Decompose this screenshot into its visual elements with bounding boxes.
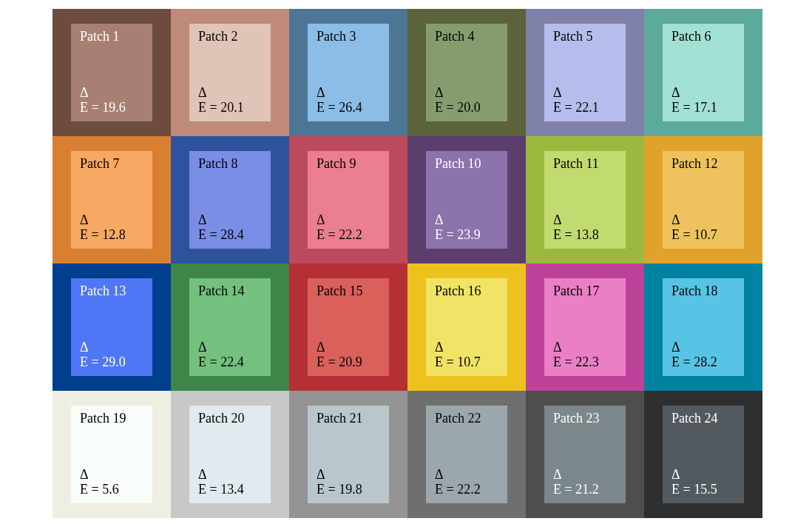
patch-17-delta-e: ΔE = 22.3 [553,340,618,370]
patch-11-outer: Patch 11ΔE = 13.8 [526,136,644,263]
patch-7-outer: Patch 7ΔE = 12.8 [53,136,171,263]
patch-4-outer: Patch 4ΔE = 20.0 [407,9,526,136]
patch-11-inner: Patch 11ΔE = 13.8 [544,151,626,249]
patch-11-label: Patch 11 [553,157,618,172]
patch-21-outer: Patch 21ΔE = 19.8 [289,391,407,518]
patch-10-delta-e: ΔE = 23.9 [435,212,500,243]
patch-14-label: Patch 14 [198,284,263,299]
patch-8-inner: Patch 8ΔE = 28.4 [189,151,271,249]
patch-16-outer: Patch 16ΔE = 10.7 [407,263,526,391]
patch-6-inner: Patch 6ΔE = 17.1 [663,24,744,121]
patch-24-outer: Patch 24ΔE = 15.5 [644,391,762,518]
patch-19-delta-e: ΔE = 5.6 [80,467,145,497]
patch-21-inner: Patch 21ΔE = 19.8 [308,406,389,503]
patch-9-inner: Patch 9ΔE = 22.2 [308,151,389,249]
patch-21-delta-e: ΔE = 19.8 [317,467,382,497]
patch-23-label: Patch 23 [553,412,618,426]
patch-13-label: Patch 13 [80,284,145,299]
patch-2-delta-e: ΔE = 20.1 [198,85,263,115]
patch-19-label: Patch 19 [80,412,145,426]
patch-14-delta-e: ΔE = 22.4 [198,340,263,370]
patch-3-inner: Patch 3ΔE = 26.4 [308,24,389,121]
patch-22-inner: Patch 22ΔE = 22.2 [426,406,507,503]
patch-14-inner: Patch 14ΔE = 22.4 [189,278,271,376]
patch-1-label: Patch 1 [80,30,145,44]
patch-6-delta-e: ΔE = 17.1 [671,85,737,115]
patch-23-delta-e: ΔE = 21.2 [553,467,618,497]
patch-2-label: Patch 2 [198,30,263,44]
patch-17-inner: Patch 17ΔE = 22.3 [544,278,626,376]
patch-8-label: Patch 8 [198,157,263,172]
patch-22-outer: Patch 22ΔE = 22.2 [407,391,526,518]
patch-17-label: Patch 17 [553,284,618,299]
patch-12-delta-e: ΔE = 10.7 [671,212,737,243]
patch-3-outer: Patch 3ΔE = 26.4 [289,9,407,136]
patch-5-delta-e: ΔE = 22.1 [553,85,618,115]
patch-16-label: Patch 16 [435,284,500,299]
patch-21-label: Patch 21 [317,412,382,426]
patch-10-label: Patch 10 [435,157,500,172]
patch-7-delta-e: ΔE = 12.8 [80,212,145,243]
patch-6-outer: Patch 6ΔE = 17.1 [644,9,762,136]
patch-24-delta-e: ΔE = 15.5 [671,467,737,497]
patch-6-label: Patch 6 [671,30,737,44]
patch-9-delta-e: ΔE = 22.2 [317,212,382,243]
patch-11-delta-e: ΔE = 13.8 [553,212,618,243]
patch-16-delta-e: ΔE = 10.7 [435,340,500,370]
patch-8-outer: Patch 8ΔE = 28.4 [171,136,289,263]
patch-12-outer: Patch 12ΔE = 10.7 [644,136,762,263]
patch-20-inner: Patch 20ΔE = 13.4 [189,406,271,503]
patch-3-label: Patch 3 [317,30,382,44]
patch-13-inner: Patch 13ΔE = 29.0 [71,278,152,376]
patch-4-label: Patch 4 [435,30,500,44]
patch-19-inner: Patch 19ΔE = 5.6 [71,406,152,503]
patch-19-outer: Patch 19ΔE = 5.6 [53,391,171,518]
patch-22-delta-e: ΔE = 22.2 [435,467,500,497]
patch-16-inner: Patch 16ΔE = 10.7 [426,278,507,376]
patch-18-label: Patch 18 [671,284,737,299]
patch-4-delta-e: ΔE = 20.0 [435,85,500,115]
patch-10-inner: Patch 10ΔE = 23.9 [426,151,507,249]
patch-4-inner: Patch 4ΔE = 20.0 [426,24,507,121]
patch-9-outer: Patch 9ΔE = 22.2 [289,136,407,263]
patch-15-label: Patch 15 [317,284,382,299]
patch-13-delta-e: ΔE = 29.0 [80,340,145,370]
patch-8-delta-e: ΔE = 28.4 [198,212,263,243]
patch-24-inner: Patch 24ΔE = 15.5 [663,406,744,503]
patch-1-inner: Patch 1ΔE = 19.6 [71,24,152,121]
patch-9-label: Patch 9 [317,157,382,172]
patch-5-label: Patch 5 [553,30,618,44]
patch-23-inner: Patch 23ΔE = 21.2 [544,406,626,503]
patch-17-outer: Patch 17ΔE = 22.3 [526,263,644,391]
patch-15-outer: Patch 15ΔE = 20.9 [289,263,407,391]
patch-13-outer: Patch 13ΔE = 29.0 [53,263,171,391]
patch-3-delta-e: ΔE = 26.4 [317,85,382,115]
patch-5-outer: Patch 5ΔE = 22.1 [526,9,644,136]
patch-18-delta-e: ΔE = 28.2 [671,340,737,370]
patch-1-delta-e: ΔE = 19.6 [80,85,145,115]
patch-22-label: Patch 22 [435,412,500,426]
patch-5-inner: Patch 5ΔE = 22.1 [544,24,626,121]
patch-14-outer: Patch 14ΔE = 22.4 [171,263,289,391]
patch-20-outer: Patch 20ΔE = 13.4 [171,391,289,518]
color-patch-grid: Patch 1ΔE = 19.6Patch 2ΔE = 20.1Patch 3Δ… [53,9,762,518]
patch-1-outer: Patch 1ΔE = 19.6 [53,9,171,136]
patch-10-outer: Patch 10ΔE = 23.9 [407,136,526,263]
patch-20-delta-e: ΔE = 13.4 [198,467,263,497]
patch-18-outer: Patch 18ΔE = 28.2 [644,263,762,391]
patch-23-outer: Patch 23ΔE = 21.2 [526,391,644,518]
patch-24-label: Patch 24 [671,412,737,426]
patch-18-inner: Patch 18ΔE = 28.2 [663,278,744,376]
patch-2-outer: Patch 2ΔE = 20.1 [171,9,289,136]
patch-15-inner: Patch 15ΔE = 20.9 [308,278,389,376]
patch-2-inner: Patch 2ΔE = 20.1 [189,24,271,121]
patch-7-inner: Patch 7ΔE = 12.8 [71,151,152,249]
patch-12-label: Patch 12 [671,157,737,172]
patch-7-label: Patch 7 [80,157,145,172]
patch-12-inner: Patch 12ΔE = 10.7 [663,151,744,249]
patch-15-delta-e: ΔE = 20.9 [317,340,382,370]
patch-20-label: Patch 20 [198,412,263,426]
